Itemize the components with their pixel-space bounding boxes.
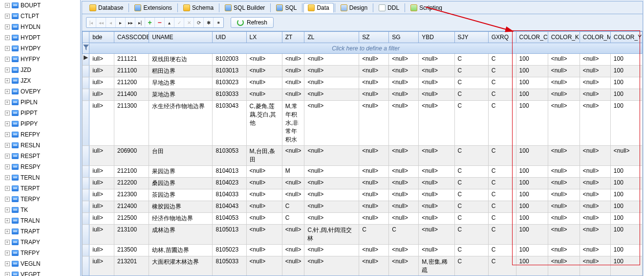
cell-gxrq[interactable]: C — [488, 101, 516, 146]
cell-zl[interactable]: <null> — [304, 178, 359, 189]
cell-bde[interactable]: iull> — [89, 146, 114, 166]
cell-ck[interactable]: <null> — [548, 54, 580, 66]
nav-next-page[interactable]: ▸▸ — [126, 18, 135, 27]
cell-zt[interactable]: C — [282, 201, 304, 213]
expand-icon[interactable]: + — [5, 229, 10, 234]
cell-sg[interactable]: <null> — [389, 101, 419, 146]
cell-bde[interactable]: iull> — [89, 201, 114, 213]
cell-ck[interactable]: <null> — [548, 178, 580, 189]
refresh-button[interactable]: Refresh — [231, 17, 274, 28]
cell-sz[interactable]: <null> — [359, 77, 389, 89]
expand-icon[interactable]: + — [5, 24, 10, 29]
cell-bde[interactable]: iull> — [89, 77, 114, 89]
table-row[interactable]: iull>212100果园边界8104013<null>M<null><null… — [83, 166, 643, 178]
cell-ybd[interactable]: <null> — [419, 146, 454, 166]
cell-cc[interactable]: 100 — [516, 213, 548, 225]
tree-item-ctlpt[interactable]: +CTLPT — [0, 11, 80, 22]
col-color_y[interactable]: COLOR_Y — [610, 32, 642, 43]
tree-item-hydpt[interactable]: +HYDPT — [0, 32, 80, 43]
cell-cc[interactable]: 100 — [516, 256, 548, 276]
cell-sz[interactable]: <null> — [359, 166, 389, 178]
post-edit[interactable]: ✓ — [174, 18, 184, 27]
bookmark[interactable]: ✱ — [204, 18, 214, 27]
col-bde[interactable]: bde — [89, 32, 114, 43]
cell-cy[interactable]: 100 — [610, 89, 642, 101]
cell-sz[interactable]: <null> — [359, 201, 389, 213]
cell-gxrq[interactable]: C — [488, 256, 516, 276]
nav-first[interactable]: |◂ — [86, 18, 96, 27]
cell-uid[interactable]: 8104043 — [213, 201, 246, 213]
tab-design[interactable]: Design — [336, 3, 372, 12]
cell-sjy[interactable]: C — [454, 66, 488, 77]
cell-uname[interactable]: 水生经济作物地边界 — [149, 101, 213, 146]
tree-item-refpy[interactable]: +REFPY — [0, 129, 80, 140]
cell-uid[interactable]: 8104053 — [213, 213, 246, 225]
table-row[interactable]: iull>212500经济作物地边界8104053<null>C<null><n… — [83, 213, 643, 225]
cell-ybd[interactable]: <null> — [419, 101, 454, 146]
tree-item-trapt[interactable]: +TRAPT — [0, 226, 80, 237]
cell-lx[interactable]: M,台田,条田 — [246, 146, 282, 166]
cell-cm[interactable]: <null> — [580, 178, 610, 189]
cell-cm[interactable]: <null> — [580, 189, 610, 201]
cell-zl[interactable]: <null> — [304, 189, 359, 201]
cell-sg[interactable]: C — [389, 225, 419, 245]
cell-zl[interactable]: <null> — [304, 166, 359, 178]
cell-sg[interactable]: <null> — [389, 256, 419, 276]
col-color_m[interactable]: COLOR_M — [580, 32, 610, 43]
cell-lx[interactable]: <null> — [246, 77, 282, 89]
tree-item-trapy[interactable]: +TRAPY — [0, 237, 80, 248]
table-row[interactable]: iull>212400橡胶园边界8104043<null>C<null><nul… — [83, 201, 643, 213]
col-color_c[interactable]: COLOR_C — [516, 32, 548, 43]
cell-ck[interactable]: <null> — [548, 101, 580, 146]
col-lx[interactable]: LX — [246, 32, 282, 43]
cell-sz[interactable]: <null> — [359, 89, 389, 101]
cell-uid[interactable]: 8104033 — [213, 189, 246, 201]
tree-item-ovepy[interactable]: +OVEPY — [0, 86, 80, 97]
cell-cass[interactable]: 206900 — [114, 146, 149, 166]
cell-cy[interactable]: <null> — [610, 146, 642, 166]
cell-sz[interactable]: <null> — [359, 146, 389, 166]
cell-cy[interactable]: 100 — [610, 245, 642, 256]
edit-row[interactable]: ▴ — [165, 18, 174, 27]
cell-lx[interactable]: <null> — [246, 189, 282, 201]
cell-sjy[interactable]: C — [454, 166, 488, 178]
cell-zt[interactable]: <null> — [282, 89, 304, 101]
cell-uname[interactable]: 菜地边界 — [149, 89, 213, 101]
cell-lx[interactable]: <null> — [246, 245, 282, 256]
cell-zt[interactable]: M — [282, 166, 304, 178]
tree-item-pippy[interactable]: +PIPPY — [0, 118, 80, 129]
cell-lx[interactable]: C,菱角,莲藕,茭白,其他 — [246, 101, 282, 146]
cell-ck[interactable]: <null> — [548, 213, 580, 225]
table-row[interactable]: iull>211300水生经济作物地边界8103043C,菱角,莲藕,茭白,其他… — [83, 101, 643, 146]
cell-cy[interactable]: 100 — [610, 213, 642, 225]
tab-schema[interactable]: Schema — [179, 3, 218, 12]
cell-cc[interactable]: 100 — [516, 166, 548, 178]
expand-icon[interactable]: + — [5, 218, 10, 223]
cell-zt[interactable]: <null> — [282, 66, 304, 77]
tree-item-jzd[interactable]: +JZD — [0, 65, 80, 75]
cell-cm[interactable]: <null> — [580, 101, 610, 146]
cell-zl[interactable]: <null> — [304, 245, 359, 256]
cell-cm[interactable]: <null> — [580, 225, 610, 245]
delete-row[interactable]: − — [155, 18, 165, 27]
cell-sjy[interactable]: C — [454, 225, 488, 245]
nav-last[interactable]: ▸| — [135, 18, 145, 27]
cell-gxrq[interactable]: C — [488, 146, 516, 166]
col-casscode[interactable]: CASSCODE — [114, 32, 149, 43]
cell-zl[interactable]: <null> — [304, 77, 359, 89]
cell-sz[interactable]: <null> — [359, 54, 389, 66]
cell-cm[interactable]: <null> — [580, 54, 610, 66]
object-tree[interactable]: +BOUPT+CTLPT+HYDLN+HYDPT+HYDPY+HYFPY+JZD… — [0, 0, 81, 276]
cell-sg[interactable]: <null> — [389, 189, 419, 201]
cell-zt[interactable]: <null> — [282, 225, 304, 245]
cell-gxrq[interactable]: C — [488, 213, 516, 225]
cell-cm[interactable]: <null> — [580, 213, 610, 225]
tree-item-terpt[interactable]: +TERPT — [0, 183, 80, 194]
cell-zl[interactable]: <null> — [304, 256, 359, 276]
cell-cass[interactable]: 211200 — [114, 77, 149, 89]
col-uname[interactable]: UNAME — [149, 32, 213, 43]
expand-icon[interactable]: + — [5, 68, 10, 72]
cell-zl[interactable]: C,针,阔,针阔混交林 — [304, 225, 359, 245]
cell-uid[interactable]: 8103043 — [213, 101, 246, 146]
cell-sg[interactable]: <null> — [389, 54, 419, 66]
